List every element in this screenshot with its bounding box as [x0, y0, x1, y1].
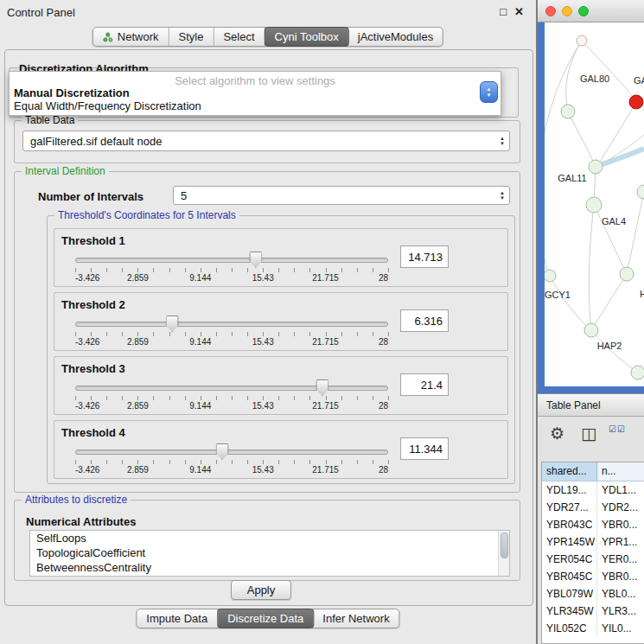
- node-label: GA: [634, 75, 644, 86]
- cell[interactable]: YLR345W: [542, 603, 597, 620]
- network-node[interactable]: [561, 105, 575, 118]
- network-node[interactable]: [620, 267, 634, 281]
- cell[interactable]: YBL0...: [597, 585, 644, 603]
- thick-edge: [597, 149, 644, 166]
- table-row[interactable]: YBR043CYBR0...: [542, 516, 644, 533]
- cell[interactable]: YER0...: [597, 551, 644, 568]
- network-node[interactable]: [586, 197, 602, 213]
- slider-track[interactable]: [75, 322, 388, 327]
- table-row[interactable]: YPR145WYPR1...: [542, 533, 644, 551]
- list-item[interactable]: SelfLoops: [30, 531, 509, 545]
- cell[interactable]: YDR2...: [597, 499, 644, 516]
- slider-track[interactable]: [75, 258, 388, 263]
- columns-icon[interactable]: ◫: [581, 424, 596, 443]
- cell[interactable]: YBR045C: [542, 568, 597, 585]
- cell[interactable]: YDR27...: [542, 499, 597, 516]
- tab-cyni-toolbox[interactable]: Cyni Toolbox: [265, 27, 349, 47]
- slider-thumb[interactable]: [216, 443, 229, 460]
- cell[interactable]: YER054C: [542, 551, 597, 568]
- minimize-traffic-light[interactable]: [562, 6, 572, 16]
- combo-stepper-icon[interactable]: ▲ ▼: [480, 81, 498, 103]
- table-row[interactable]: YBR045CYBR0...: [542, 568, 644, 585]
- slider-track[interactable]: [75, 386, 388, 391]
- tab-select[interactable]: Select: [214, 28, 265, 46]
- table-row[interactable]: YLR345WYLR3...: [542, 603, 644, 620]
- slider-thumb[interactable]: [249, 252, 262, 268]
- cell[interactable]: YIL0...: [597, 620, 644, 637]
- table-row[interactable]: YDR27...YDR2...: [542, 499, 644, 516]
- cell[interactable]: YDL1...: [597, 481, 644, 499]
- slider-thumb[interactable]: [316, 379, 328, 396]
- table-row[interactable]: YDL19...YDL1...: [542, 481, 644, 499]
- menu-item-manual-discretization[interactable]: Manual Discretization: [14, 86, 476, 99]
- network-node-selected-red[interactable]: [629, 95, 643, 109]
- tab-impute-data[interactable]: Impute Data: [137, 609, 218, 628]
- network-canvas[interactable]: GAL80 GA GAL11 GAL4 GCY1 H HAP2: [545, 22, 644, 386]
- scale-label: 9.144: [189, 273, 211, 283]
- tab-style[interactable]: Style: [169, 28, 214, 46]
- list-item[interactable]: TopologicalCoefficient: [30, 545, 509, 560]
- number-of-intervals-select[interactable]: 5 ▲▼: [173, 186, 510, 205]
- table-row[interactable]: YER054CYER0...: [542, 551, 644, 568]
- column-visibility-checkboxes-icon[interactable]: ☑☑: [609, 425, 626, 434]
- apply-button[interactable]: Apply: [231, 580, 291, 600]
- network-window-titlebar: [538, 0, 644, 22]
- network-node[interactable]: [589, 160, 603, 174]
- cell[interactable]: YPR1...: [597, 533, 644, 551]
- menu-item-equal-width-frequency[interactable]: Equal Width/Frequency Discretization: [14, 99, 476, 112]
- cell[interactable]: YLR3...: [597, 603, 644, 620]
- cell[interactable]: YBR0...: [597, 568, 644, 585]
- network-node[interactable]: [545, 270, 556, 282]
- cell[interactable]: YBR043C: [542, 516, 597, 533]
- scrollbar-thumb[interactable]: [501, 532, 508, 558]
- threshold-1-label: Threshold 1: [61, 234, 125, 247]
- table-row[interactable]: YIL052CYIL0...: [542, 620, 644, 637]
- scale-label: 21.715: [312, 401, 339, 411]
- threshold-4-slider[interactable]: [75, 443, 388, 459]
- tab-label: Network: [118, 30, 159, 43]
- network-node[interactable]: [577, 35, 587, 46]
- network-node[interactable]: [584, 323, 598, 337]
- slider-track[interactable]: [75, 450, 388, 455]
- close-traffic-light[interactable]: [545, 6, 556, 16]
- cell[interactable]: YIL052C: [542, 620, 597, 637]
- threshold-1-slider[interactable]: [75, 252, 388, 267]
- tab-infer-network[interactable]: Infer Network: [313, 609, 399, 628]
- scale-label: -3.426: [75, 465, 99, 475]
- network-icon: [103, 32, 113, 42]
- network-node[interactable]: [631, 366, 644, 379]
- table-data-select[interactable]: galFiltered.sif default node ▲▼: [22, 131, 510, 151]
- numerical-attributes-list: SelfLoops TopologicalCoefficient Between…: [29, 530, 510, 577]
- network-node[interactable]: [637, 185, 644, 199]
- cell[interactable]: YBR0...: [597, 516, 644, 533]
- cell[interactable]: YBL079W: [542, 585, 597, 603]
- list-item[interactable]: BetweennessCentrality: [30, 560, 509, 575]
- threshold-2-value-field[interactable]: 6.316: [400, 309, 449, 332]
- threshold-3-slider[interactable]: [75, 379, 388, 395]
- threshold-4-value-field[interactable]: 11.344: [400, 437, 449, 460]
- slider-thumb[interactable]: [166, 316, 179, 332]
- table-row[interactable]: YBL079WYBL0...: [542, 585, 644, 603]
- column-header-shared-name[interactable]: shared...: [542, 462, 597, 481]
- slider-ticks: [75, 332, 389, 336]
- gear-icon[interactable]: ⚙: [550, 424, 564, 443]
- tab-network[interactable]: Network: [93, 28, 169, 46]
- thresholds-group-label: Threshold's Coordinates for 5 Intervals: [54, 209, 239, 221]
- tab-discretize-data[interactable]: Discretize Data: [217, 609, 314, 628]
- node-label: GAL4: [602, 216, 626, 226]
- threshold-3-value-field[interactable]: 21.4: [400, 373, 449, 396]
- cell[interactable]: YPR145W: [542, 533, 597, 551]
- network-nodes: [545, 35, 644, 379]
- threshold-2-slider[interactable]: [75, 316, 388, 331]
- threshold-1-value-field[interactable]: 14.713: [400, 245, 449, 268]
- float-window-icon[interactable]: □: [500, 5, 507, 18]
- tab-jactivemodules[interactable]: jActiveModules: [348, 28, 443, 46]
- scale-label: -3.426: [75, 273, 99, 283]
- list-scrollbar[interactable]: [498, 531, 509, 576]
- zoom-traffic-light[interactable]: [578, 6, 589, 16]
- close-window-icon[interactable]: ✕: [514, 5, 524, 18]
- cell[interactable]: YDL19...: [542, 481, 597, 499]
- column-header-name[interactable]: n...: [597, 462, 644, 481]
- control-panel-window: Control Panel □ ✕ Network Style Select C…: [0, 0, 536, 644]
- combo-arrows-icon: ▲▼: [500, 190, 505, 201]
